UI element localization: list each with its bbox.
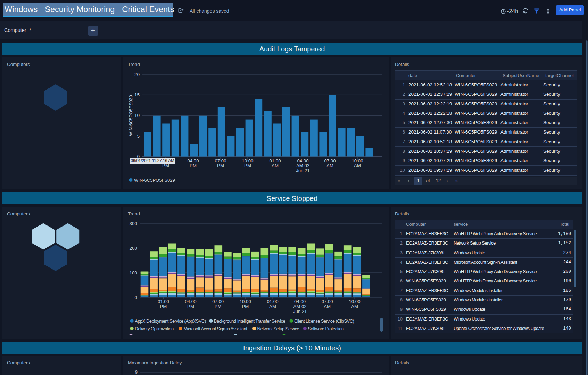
svg-text:10:00: 10:00 <box>351 158 363 163</box>
svg-text:0: 0 <box>134 295 137 300</box>
svg-text:5: 5 <box>137 134 140 139</box>
svg-text:01:00: 01:00 <box>267 299 278 304</box>
svg-text:AM: AM <box>354 163 361 168</box>
svg-text:01:00: 01:00 <box>158 299 169 304</box>
svg-text:300: 300 <box>129 221 137 226</box>
svg-text:07:00: 07:00 <box>324 158 336 163</box>
svg-text:PM: PM <box>244 163 251 168</box>
svg-text:PM: PM <box>162 163 169 168</box>
svg-text:PM: PM <box>217 163 224 168</box>
svg-text:04:00: 04:00 <box>297 158 308 163</box>
svg-text:15: 15 <box>134 92 140 97</box>
svg-text:01:00: 01:00 <box>269 158 281 163</box>
svg-text:10: 10 <box>134 113 140 118</box>
svg-text:10:00: 10:00 <box>240 299 251 304</box>
svg-text:20: 20 <box>134 72 140 77</box>
svg-text:10:00: 10:00 <box>349 299 360 304</box>
svg-text:10:00: 10:00 <box>242 158 253 163</box>
svg-text:07:00: 07:00 <box>322 299 333 304</box>
svg-text:9: 9 <box>135 370 138 375</box>
svg-text:PM: PM <box>190 163 197 168</box>
svg-text:AM: AM <box>351 304 358 309</box>
svg-text:PM: PM <box>160 304 167 309</box>
svg-text:WIN-6C5PO5FS029: WIN-6C5PO5FS029 <box>128 95 133 136</box>
svg-text:AM: AM <box>326 163 333 168</box>
svg-text:04:00: 04:00 <box>294 299 306 304</box>
svg-text:100: 100 <box>129 270 137 275</box>
svg-text:AM: AM <box>269 304 276 309</box>
svg-text:PM: PM <box>187 304 194 309</box>
svg-text:PM: PM <box>215 304 222 309</box>
svg-text:PM: PM <box>242 304 249 309</box>
svg-text:AM: AM <box>324 304 331 309</box>
svg-text:AM 02: AM 02 <box>293 304 307 309</box>
svg-text:07:00: 07:00 <box>215 158 226 163</box>
svg-text:04:00: 04:00 <box>187 158 199 163</box>
svg-text:07:00: 07:00 <box>212 299 224 304</box>
svg-text:Jun 21: Jun 21 <box>293 309 307 314</box>
svg-text:AM: AM <box>272 163 279 168</box>
svg-text:Jun 21: Jun 21 <box>296 168 310 173</box>
svg-text:04:00: 04:00 <box>185 299 196 304</box>
svg-text:200: 200 <box>129 246 137 251</box>
svg-text:AM 02: AM 02 <box>296 163 309 168</box>
